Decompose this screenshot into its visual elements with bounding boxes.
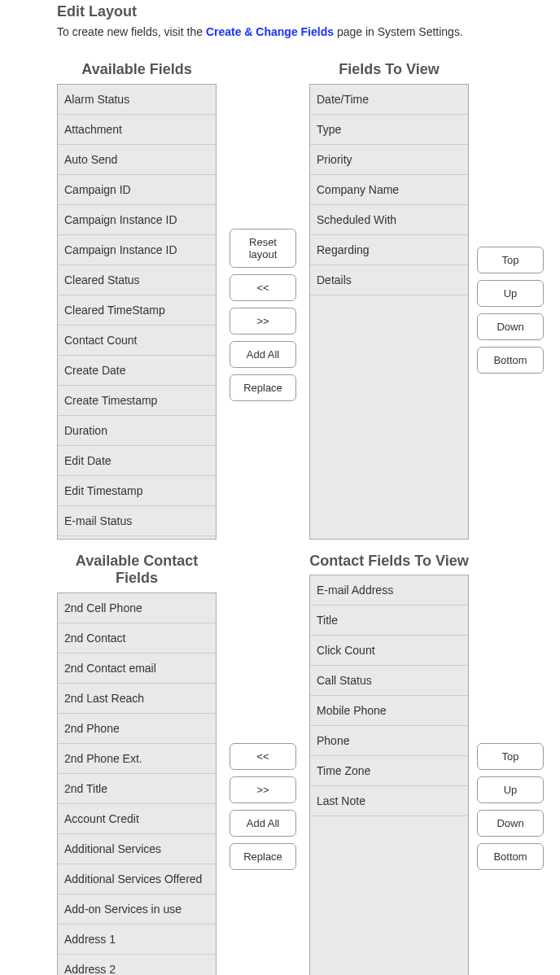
contact-move-down-button[interactable]: Down — [477, 810, 544, 837]
list-item[interactable]: Add-on Services in use — [58, 894, 216, 925]
move-down-button[interactable]: Down — [477, 313, 544, 340]
list-item[interactable]: Address 2 — [58, 955, 216, 975]
list-item[interactable]: 2nd Phone — [58, 714, 216, 744]
remove-field-button[interactable]: << — [230, 274, 296, 301]
create-change-fields-link[interactable]: Create & Change Fields — [206, 25, 334, 38]
list-item[interactable]: Auto Send — [58, 145, 216, 175]
list-item[interactable]: Scheduled With — [310, 205, 468, 235]
list-item[interactable]: Priority — [310, 145, 468, 175]
available-contact-fields-list[interactable]: 2nd Cell Phone2nd Contact2nd Contact ema… — [57, 592, 217, 975]
list-item[interactable]: Mobile Phone — [310, 696, 468, 726]
fields-to-view-title: Fields To View — [339, 61, 439, 79]
move-up-button[interactable]: Up — [477, 280, 544, 307]
list-item[interactable]: 2nd Last Reach — [58, 684, 216, 714]
contact-move-top-button[interactable]: Top — [477, 743, 544, 770]
list-item[interactable]: 2nd Contact — [58, 623, 216, 654]
list-item[interactable]: Campaign Instance ID — [58, 205, 216, 235]
page-title: Edit Layout — [57, 3, 560, 20]
contact-fields-to-view-title: Contact Fields To View — [309, 553, 468, 571]
move-bottom-button[interactable]: Bottom — [477, 347, 544, 374]
remove-contact-field-button[interactable]: << — [230, 743, 296, 770]
list-item[interactable]: Call Status — [310, 666, 468, 696]
contact-fields-to-view-list[interactable]: E-mail AddressTitleClick CountCall Statu… — [309, 575, 469, 975]
list-item[interactable]: 2nd Title — [58, 774, 216, 804]
contact-move-up-button[interactable]: Up — [477, 776, 544, 803]
list-item[interactable]: Phone — [310, 726, 468, 756]
intro-pre: To create new fields, visit the — [57, 25, 206, 38]
list-item[interactable]: 2nd Contact email — [58, 654, 216, 684]
available-fields-title: Available Fields — [81, 61, 191, 79]
add-field-button[interactable]: >> — [230, 308, 296, 334]
intro-text: To create new fields, visit the Create &… — [57, 25, 560, 38]
intro-post: page in System Settings. — [334, 25, 463, 38]
list-item[interactable]: Duration — [58, 416, 216, 446]
move-top-button[interactable]: Top — [477, 247, 544, 273]
list-item[interactable]: 2nd Cell Phone — [58, 593, 216, 623]
list-item[interactable]: Date/Time — [310, 85, 468, 115]
list-item[interactable]: Details — [310, 265, 468, 295]
replace-field-button[interactable]: Replace — [230, 374, 296, 401]
contact-move-bottom-button[interactable]: Bottom — [477, 843, 544, 870]
list-item[interactable]: Time Zone — [310, 756, 468, 786]
list-item[interactable]: End Time — [58, 536, 216, 540]
list-item[interactable]: Create Timestamp — [58, 386, 216, 416]
add-all-contact-fields-button[interactable]: Add All — [230, 810, 296, 837]
list-item[interactable]: 2nd Phone Ext. — [58, 744, 216, 774]
list-item[interactable]: Contact Count — [58, 326, 216, 356]
list-item[interactable]: Create Date — [58, 356, 216, 386]
list-item[interactable]: Attachment — [58, 115, 216, 145]
list-item[interactable]: Cleared Status — [58, 265, 216, 295]
list-item[interactable]: Additional Services Offered — [58, 864, 216, 894]
fields-to-view-list[interactable]: Date/TimeTypePriorityCompany NameSchedul… — [309, 84, 469, 540]
available-fields-list[interactable]: Alarm StatusAttachmentAuto SendCampaign … — [57, 84, 217, 540]
add-contact-field-button[interactable]: >> — [230, 776, 296, 803]
list-item[interactable]: Address 1 — [58, 925, 216, 955]
list-item[interactable]: Alarm Status — [58, 85, 216, 115]
contact-fields-section: Available Contact Fields 2nd Cell Phone2… — [57, 553, 560, 975]
list-item[interactable]: Cleared TimeStamp — [58, 295, 216, 326]
list-item[interactable]: Edit Timestamp — [58, 476, 216, 506]
list-item[interactable]: Type — [310, 115, 468, 145]
list-item[interactable]: Account Credit — [58, 804, 216, 834]
list-item[interactable]: E-mail Status — [58, 506, 216, 536]
list-item[interactable]: Last Note — [310, 786, 468, 816]
list-item[interactable]: Campaign ID — [58, 175, 216, 205]
list-item[interactable]: Regarding — [310, 235, 468, 265]
list-item[interactable]: Campaign Instance ID — [58, 235, 216, 265]
list-item[interactable]: Company Name — [310, 175, 468, 205]
available-contact-fields-title: Available Contact Fields — [57, 553, 217, 588]
add-all-fields-button[interactable]: Add All — [230, 341, 296, 368]
fields-section: Available Fields Alarm StatusAttachmentA… — [57, 61, 560, 540]
replace-contact-field-button[interactable]: Replace — [230, 843, 296, 870]
reset-layout-button[interactable]: Reset layout — [230, 229, 296, 268]
list-item[interactable]: Edit Date — [58, 446, 216, 476]
list-item[interactable]: E-mail Address — [310, 575, 468, 606]
list-item[interactable]: Title — [310, 606, 468, 636]
list-item[interactable]: Click Count — [310, 636, 468, 666]
list-item[interactable]: Additional Services — [58, 834, 216, 864]
